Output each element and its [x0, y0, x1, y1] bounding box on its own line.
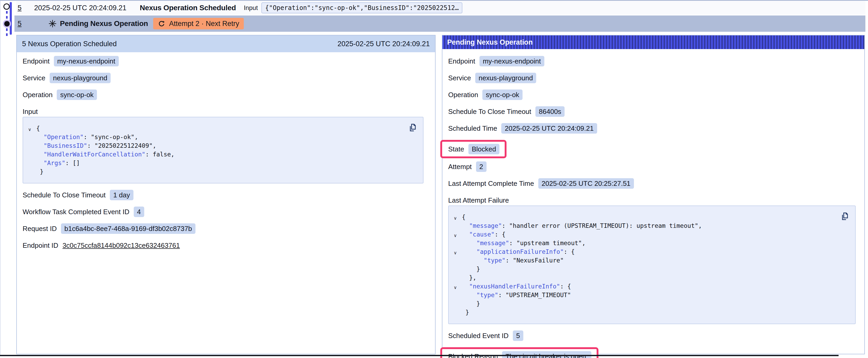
field-endpoint: Endpoint my-nexus-endpoint — [23, 56, 424, 66]
copy-icon — [839, 211, 849, 221]
field-workflow-task-completed-event-id: Workflow Task Completed Event ID 4 — [23, 206, 424, 217]
json-line: ∨ "applicationFailureInfo": { — [449, 248, 850, 256]
field-value-chip: 5 — [513, 330, 523, 341]
event-detail-body: Endpoint my-nexus-endpoint Service nexus… — [17, 52, 435, 251]
field-operation: Operation sync-op-ok — [448, 90, 856, 100]
collapse-chevron-icon[interactable]: ∨ — [449, 214, 462, 223]
field-value-chip: sync-op-ok — [482, 90, 523, 100]
gutter-spacer — [23, 134, 36, 142]
event-history-screen: 5 2025-02-25 UTC 20:24:09.21 Nexus Opera… — [0, 0, 868, 358]
pending-panel-body: Endpoint my-nexus-endpoint Service nexus… — [442, 49, 864, 358]
failure-section-label: Last Attempt Failure — [448, 195, 856, 205]
copy-button[interactable] — [407, 123, 417, 133]
collapse-chevron-icon[interactable]: ∨ — [449, 283, 462, 292]
copy-button[interactable] — [839, 211, 849, 221]
collapse-chevron-icon[interactable]: ∨ — [449, 231, 462, 240]
pending-id-link[interactable]: 5 — [18, 20, 22, 28]
detail-panels: 5 Nexus Operation Scheduled 2025-02-25 U… — [16, 35, 865, 354]
field-scheduled-time: Scheduled Time 2025-02-25 UTC 20:24:09.2… — [448, 123, 856, 134]
field-label: Service — [23, 74, 45, 82]
gutter-spacer — [23, 160, 36, 168]
timeline-dashed-connector — [6, 11, 8, 20]
pending-title: Pending Nexus Operation — [60, 20, 148, 28]
event-detail-timestamp: 2025-02-25 UTC 20:24:09.21 — [338, 40, 430, 48]
pending-operation-row[interactable]: 5 Pending Nexus Operation Attempt 2 · Ne… — [14, 15, 865, 32]
field-value-chip: 1 day — [110, 190, 133, 200]
input-preview-label: Input — [244, 4, 258, 11]
json-line: } — [449, 299, 850, 308]
pending-panel-title: Pending Nexus Operation — [447, 38, 532, 46]
annotation-highlight-state: State Blocked — [440, 140, 506, 158]
field-value-chip: 2 — [476, 161, 487, 172]
timeline-selected-bar — [10, 2, 12, 35]
json-line: "Args": [] — [23, 159, 418, 167]
json-line: ∨ "cause": { — [449, 230, 850, 239]
field-value-chip: 4 — [134, 206, 144, 217]
json-line: "Operation": "sync-op-ok", — [23, 133, 418, 141]
json-line: } — [449, 265, 850, 273]
blocked-reason-chip: The circuit breaker is open. — [502, 351, 591, 358]
json-line: "type": "NexusFailure" — [449, 256, 850, 265]
json-line: "message": "upstream timeout", — [449, 239, 850, 248]
field-operation: Operation sync-op-ok — [23, 90, 424, 100]
field-value-chip: sync-op-ok — [57, 90, 97, 100]
collapse-chevron-icon[interactable]: ∨ — [23, 125, 36, 134]
json-line: "HandlerWaitForCancellation": false, — [23, 150, 418, 159]
event-summary-row[interactable]: 5 2025-02-25 UTC 20:24:09.21 Nexus Opera… — [16, 1, 865, 15]
event-detail-title: 5 Nexus Operation Scheduled — [22, 40, 117, 48]
json-lines: ∨{ "message": "handler error (UPSTREAM_T… — [449, 213, 850, 317]
field-value-chip: nexus-playground — [475, 73, 536, 83]
gutter-spacer — [23, 168, 36, 177]
copy-icon — [407, 123, 417, 133]
state-value-chip: Blocked — [468, 144, 500, 154]
json-line: ∨{ — [23, 124, 418, 133]
field-value-chip: b1c6a4bc-8ee7-468a-9169-df3b02c8737b — [61, 223, 195, 234]
field-last-attempt-complete-time: Last Attempt Complete Time 2025-02-25 UT… — [448, 178, 856, 189]
gutter-spacer — [449, 257, 462, 266]
pending-asterisk-icon — [48, 20, 57, 28]
failure-json-viewer: ∨{ "message": "handler error (UPSTREAM_T… — [448, 205, 856, 324]
event-timestamp: 2025-02-25 UTC 20:24:09.21 — [34, 4, 140, 12]
json-line: } — [449, 308, 850, 317]
timeline-dashed-connector — [6, 28, 8, 37]
json-lines: ∨{ "Operation": "sync-op-ok", "BusinessI… — [23, 124, 418, 176]
field-schedule-to-close-timeout: Schedule To Close Timeout 1 day — [23, 190, 424, 200]
collapse-chevron-icon[interactable]: ∨ — [449, 249, 462, 257]
json-line: ∨{ — [449, 213, 850, 222]
field-label: Scheduled Event ID — [448, 332, 508, 340]
field-label: Workflow Task Completed Event ID — [23, 208, 129, 216]
json-line: }, — [449, 273, 850, 282]
json-line: } — [23, 167, 418, 176]
gutter-spacer — [449, 223, 462, 231]
field-label: State — [448, 145, 464, 153]
json-line: "message": "handler error (UPSTREAM_TIME… — [449, 222, 850, 230]
event-id-link[interactable]: 5 — [18, 4, 22, 12]
field-request-id: Request ID b1c6a4bc-8ee7-468a-9169-df3b0… — [23, 223, 424, 234]
annotation-highlight-blocked-reason: Blocked Reason The circuit breaker is op… — [440, 347, 598, 358]
input-json-viewer: ∨{ "Operation": "sync-op-ok", "BusinessI… — [23, 117, 424, 184]
retry-status-badge: Attempt 2 · Next Retry — [153, 18, 244, 29]
top-divider — [0, 0, 868, 1]
timeline-node-filled-icon — [4, 21, 10, 27]
field-value-chip: nexus-playground — [50, 73, 111, 83]
gutter-spacer — [449, 300, 462, 309]
gutter-spacer — [449, 240, 462, 249]
gutter-spacer — [449, 266, 462, 274]
json-line: "type": "UPSTREAM_TIMEOUT" — [449, 291, 850, 299]
gutter-spacer — [449, 309, 462, 318]
field-label: Operation — [448, 91, 478, 99]
field-label: Request ID — [23, 225, 57, 233]
field-service: Service nexus-playground — [448, 73, 856, 83]
event-detail-header: 5 Nexus Operation Scheduled 2025-02-25 U… — [17, 35, 435, 52]
field-label: Operation — [23, 91, 53, 99]
input-preview-chip[interactable]: {"Operation":"sync-op-ok","BusinessID":"… — [261, 2, 462, 13]
event-detail-panel: 5 Nexus Operation Scheduled 2025-02-25 U… — [16, 35, 436, 354]
input-section-label: Input — [23, 106, 424, 117]
field-label: Endpoint — [448, 57, 475, 65]
timeline-node-open-icon — [3, 3, 10, 10]
gutter-spacer — [449, 292, 462, 300]
pending-panel-header: Pending Nexus Operation — [442, 35, 864, 49]
field-value-chip: 2025-02-25 UTC 20:24:09.21 — [501, 123, 597, 134]
event-title: Nexus Operation Scheduled — [140, 4, 236, 12]
endpoint-id-link[interactable]: 3c0c75ccfa8144b092c13ce632463761 — [63, 241, 180, 250]
